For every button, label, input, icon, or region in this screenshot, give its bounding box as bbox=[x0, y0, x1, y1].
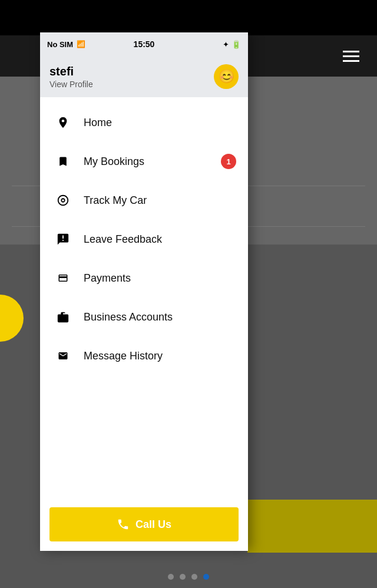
message-history-icon bbox=[54, 347, 72, 365]
menu-item-track-my-car[interactable]: Track My Car bbox=[40, 181, 248, 220]
track-car-icon bbox=[54, 191, 72, 209]
avatar-icon: 😊 bbox=[219, 69, 234, 84]
dot-4-active bbox=[203, 574, 209, 580]
payments-label: Payments bbox=[84, 272, 131, 285]
feedback-label: Leave Feedback bbox=[84, 233, 162, 246]
menu-item-business-accounts[interactable]: Business Accounts bbox=[40, 298, 248, 336]
profile-info: stefi View Profile bbox=[49, 65, 93, 89]
track-car-label: Track My Car bbox=[84, 194, 147, 207]
payments-icon bbox=[54, 269, 72, 287]
drawer-statusbar: No SIM 📶 15:50 ✦ 🔋 bbox=[40, 32, 248, 56]
statusbar-right-icons: ✦ 🔋 bbox=[223, 40, 241, 49]
wifi-icon: 📶 bbox=[77, 40, 85, 48]
view-profile-link[interactable]: View Profile bbox=[49, 80, 93, 89]
call-us-button[interactable]: Call Us bbox=[49, 507, 239, 541]
business-icon bbox=[54, 308, 72, 326]
call-us-label: Call Us bbox=[135, 518, 171, 531]
bg-yellow-circle bbox=[0, 295, 24, 342]
dot-3 bbox=[191, 574, 197, 580]
bookings-label: My Bookings bbox=[84, 156, 144, 168]
bg-statusbar bbox=[0, 0, 377, 35]
phone-icon bbox=[117, 518, 130, 531]
business-label: Business Accounts bbox=[84, 311, 173, 323]
dot-2 bbox=[180, 574, 186, 580]
navigation-drawer: No SIM 📶 15:50 ✦ 🔋 stefi View Profile 😊 … bbox=[40, 32, 248, 551]
menu-item-leave-feedback[interactable]: Leave Feedback bbox=[40, 220, 248, 259]
hamburger-icon[interactable] bbox=[343, 51, 359, 62]
page-indicators bbox=[168, 574, 209, 580]
menu-item-message-history[interactable]: Message History bbox=[40, 336, 248, 375]
menu-item-home[interactable]: Home bbox=[40, 103, 248, 142]
menu-item-payments[interactable]: Payments bbox=[40, 259, 248, 298]
bookings-badge: 1 bbox=[221, 154, 236, 169]
battery-icon: 🔋 bbox=[232, 40, 241, 49]
drawer-menu: Home My Bookings 1 Track My Car bbox=[40, 97, 248, 498]
bg-yellow-bottom bbox=[247, 500, 377, 553]
statusbar-time: 15:50 bbox=[134, 39, 155, 49]
bluetooth-icon: ✦ bbox=[223, 40, 229, 49]
message-history-label: Message History bbox=[84, 350, 163, 362]
profile-name: stefi bbox=[49, 65, 93, 78]
feedback-icon bbox=[54, 230, 72, 248]
carrier-label: No SIM bbox=[47, 40, 73, 49]
dot-1 bbox=[168, 574, 174, 580]
menu-item-my-bookings[interactable]: My Bookings 1 bbox=[40, 142, 248, 181]
profile-header[interactable]: stefi View Profile 😊 bbox=[40, 56, 248, 97]
home-icon bbox=[54, 114, 72, 131]
avatar[interactable]: 😊 bbox=[214, 64, 239, 89]
home-label: Home bbox=[84, 117, 112, 129]
bookings-icon bbox=[54, 153, 72, 170]
statusbar-carrier: No SIM 📶 bbox=[47, 40, 85, 49]
drawer-footer: Call Us bbox=[40, 498, 248, 551]
